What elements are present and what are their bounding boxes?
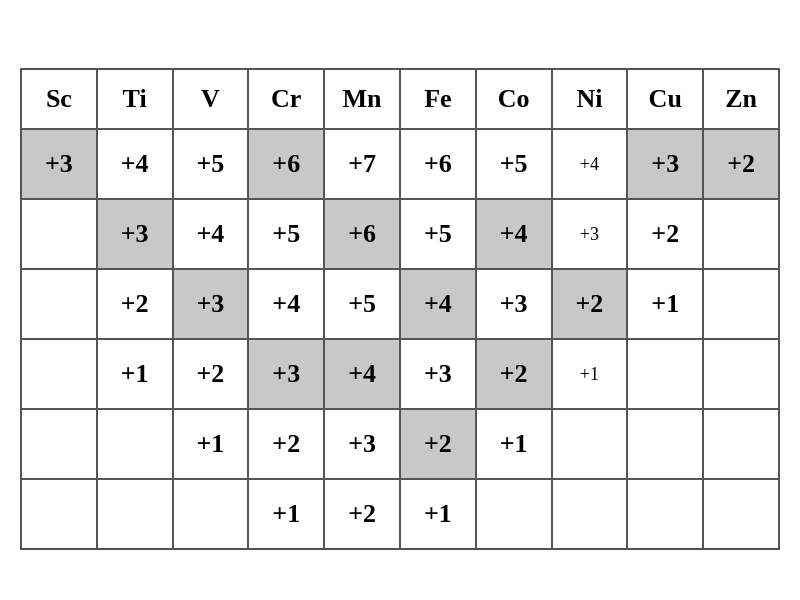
table-cell xyxy=(476,479,552,549)
table-cell: +4 xyxy=(552,129,628,199)
table-cell: +4 xyxy=(97,129,173,199)
table-cell xyxy=(21,479,97,549)
table-cell xyxy=(552,409,628,479)
table-cell: +1 xyxy=(173,409,249,479)
table-cell xyxy=(627,479,703,549)
table-cell xyxy=(627,339,703,409)
table-cell: +5 xyxy=(248,199,324,269)
table-cell: +6 xyxy=(324,199,400,269)
column-header-fe: Fe xyxy=(400,69,476,129)
table-cell: +4 xyxy=(400,269,476,339)
column-header-mn: Mn xyxy=(324,69,400,129)
table-row: +2+3+4+5+4+3+2+1 xyxy=(21,269,779,339)
table-cell: +1 xyxy=(627,269,703,339)
column-header-ni: Ni xyxy=(552,69,628,129)
table-row: +1+2+3+4+3+2+1 xyxy=(21,339,779,409)
oxidation-table: ScTiVCrMnFeCoNiCuZn +3+4+5+6+7+6+5+4+3+2… xyxy=(20,68,780,550)
table-cell xyxy=(627,409,703,479)
table-cell xyxy=(21,269,97,339)
table-row: +1+2+3+2+1 xyxy=(21,409,779,479)
header-row: ScTiVCrMnFeCoNiCuZn xyxy=(21,69,779,129)
table-cell: +4 xyxy=(248,269,324,339)
table-cell: +2 xyxy=(324,479,400,549)
column-header-cu: Cu xyxy=(627,69,703,129)
table-cell: +2 xyxy=(400,409,476,479)
table-cell: +1 xyxy=(97,339,173,409)
table-cell: +6 xyxy=(248,129,324,199)
table-cell: +3 xyxy=(248,339,324,409)
table-cell xyxy=(703,269,779,339)
table-cell xyxy=(21,199,97,269)
table-cell xyxy=(703,479,779,549)
table-cell: +2 xyxy=(627,199,703,269)
table-cell: +3 xyxy=(173,269,249,339)
table-cell: +1 xyxy=(476,409,552,479)
table-cell: +3 xyxy=(552,199,628,269)
table-cell xyxy=(97,479,173,549)
table-cell xyxy=(703,199,779,269)
table-cell: +4 xyxy=(324,339,400,409)
table-cell: +3 xyxy=(400,339,476,409)
column-header-zn: Zn xyxy=(703,69,779,129)
column-header-sc: Sc xyxy=(21,69,97,129)
table-cell: +3 xyxy=(324,409,400,479)
table-row: +1+2+1 xyxy=(21,479,779,549)
table-cell xyxy=(21,339,97,409)
table-cell: +4 xyxy=(173,199,249,269)
table-cell: +5 xyxy=(476,129,552,199)
column-header-v: V xyxy=(173,69,249,129)
table-cell: +3 xyxy=(21,129,97,199)
table-cell: +7 xyxy=(324,129,400,199)
table-cell: +6 xyxy=(400,129,476,199)
table-cell: +3 xyxy=(97,199,173,269)
table-cell xyxy=(703,339,779,409)
table-cell: +2 xyxy=(173,339,249,409)
table-cell: +3 xyxy=(627,129,703,199)
table-cell xyxy=(703,409,779,479)
table-cell: +5 xyxy=(324,269,400,339)
table-row: +3+4+5+6+5+4+3+2 xyxy=(21,199,779,269)
table-cell: +1 xyxy=(248,479,324,549)
table-cell: +1 xyxy=(400,479,476,549)
table-cell: +5 xyxy=(173,129,249,199)
table-cell xyxy=(21,409,97,479)
table-cell: +2 xyxy=(552,269,628,339)
table-cell xyxy=(97,409,173,479)
table-cell: +2 xyxy=(476,339,552,409)
table-cell: +2 xyxy=(703,129,779,199)
table-cell: +2 xyxy=(97,269,173,339)
column-header-ti: Ti xyxy=(97,69,173,129)
table-cell: +5 xyxy=(400,199,476,269)
table-cell: +1 xyxy=(552,339,628,409)
column-header-cr: Cr xyxy=(248,69,324,129)
table-row: +3+4+5+6+7+6+5+4+3+2 xyxy=(21,129,779,199)
table-cell: +4 xyxy=(476,199,552,269)
table-cell: +3 xyxy=(476,269,552,339)
table-cell: +2 xyxy=(248,409,324,479)
column-header-co: Co xyxy=(476,69,552,129)
table-cell xyxy=(173,479,249,549)
table-cell xyxy=(552,479,628,549)
